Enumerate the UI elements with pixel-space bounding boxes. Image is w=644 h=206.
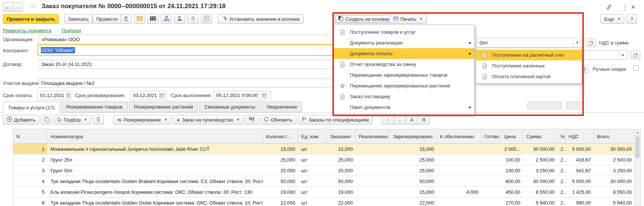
cell-price[interactable]: 600,00 — [501, 176, 523, 186]
tab-1[interactable]: Товары и услуги (17) — [3, 102, 60, 113]
create-based-menu-item-3[interactable]: Документы оплаты▶ — [334, 48, 474, 59]
cell-pct[interactable]: 2... — [557, 187, 566, 197]
cell-pct[interactable]: 2... — [557, 154, 566, 165]
barcode-search-button[interactable] — [245, 115, 258, 124]
cell-n[interactable]: 5 — [13, 187, 48, 197]
cell-vat[interactable]: 5 000,00 — [566, 176, 594, 186]
open-price-type-button[interactable] — [586, 39, 596, 47]
cell-sold[interactable] — [356, 176, 390, 186]
cell-reserved[interactable]: 15,000 — [390, 187, 437, 197]
cell-unit[interactable]: шт — [298, 144, 327, 154]
create-based-menu-item-2[interactable]: Документы реализации▶ — [334, 37, 474, 48]
cell-sold[interactable] — [356, 197, 390, 206]
cell-sold[interactable] — [356, 187, 390, 197]
cell-total[interactable]: 30 000,00 — [594, 144, 635, 154]
create-based-menu-item-8[interactable]: Пакет документов▶ — [334, 102, 474, 113]
cell-pct[interactable]: 2... — [557, 176, 566, 186]
cell-sum[interactable]: 3 250,00 — [523, 165, 557, 176]
payment-submenu-item-2[interactable]: Поступление наличных — [476, 60, 582, 71]
more-button[interactable]: Еще ▼ — [601, 14, 624, 24]
delete-row-button[interactable] — [93, 115, 104, 124]
chevron-down-icon[interactable]: ▼ — [619, 51, 625, 59]
cell-sold[interactable] — [356, 144, 390, 154]
write-button[interactable]: Записать — [64, 14, 92, 24]
help-button[interactable]: ? — [627, 14, 637, 24]
cell-n[interactable]: 6 — [13, 197, 48, 206]
move-down-button[interactable]: ↓ — [394, 115, 406, 124]
cell-reserved[interactable]: 50,000 — [390, 176, 437, 186]
cell-ready[interactable] — [481, 176, 501, 186]
cell-ready[interactable] — [481, 197, 501, 206]
create-based-menu-item-6[interactable]: Перемещение зарезервированных растений — [334, 80, 474, 91]
cell-qty[interactable]: 50,000 — [263, 176, 298, 186]
column-header-qty[interactable]: Количест... — [263, 129, 298, 143]
production-order-button[interactable]: + Заказ на производство ▼ — [173, 115, 244, 124]
column-header-vat[interactable]: НДС — [566, 129, 594, 143]
cell-sum[interactable]: 30 000,00 — [523, 176, 557, 186]
cell-total[interactable]: 8 550,00 — [594, 187, 635, 197]
column-header-n[interactable]: N — [13, 129, 48, 143]
forward-button[interactable]: → — [13, 2, 23, 11]
table-row[interactable]: 6Туя западная Thuja occidentalis Golden … — [13, 197, 635, 206]
add-row-button[interactable]: Добавить — [3, 115, 39, 124]
cell-reserved[interactable]: 15,000 — [390, 144, 437, 154]
responsible-button[interactable] — [174, 14, 185, 24]
column-header-name[interactable]: Номенклатура — [48, 129, 263, 143]
copy-row-button[interactable] — [41, 115, 52, 124]
cell-unit[interactable]: шт — [298, 197, 327, 206]
create-based-menu-item-4[interactable]: Отчет производства за смену — [334, 59, 474, 70]
cell-qty[interactable]: 19,000 — [263, 187, 298, 197]
cell-to_provide[interactable]: 4,000 — [437, 187, 481, 197]
cell-qty[interactable]: 25,000 — [263, 154, 298, 165]
cell-name[interactable]: Туя западная Thuja occidentalis Golden G… — [48, 197, 263, 206]
cell-ready[interactable] — [481, 144, 501, 154]
cell-qty[interactable]: 25,000 — [263, 165, 298, 176]
chevron-down-icon[interactable]: ▼ — [573, 38, 579, 47]
cell-unit[interactable]: шт — [298, 187, 327, 197]
pick-button[interactable]: Подбор ▼ — [54, 115, 91, 124]
calendar-icon[interactable] — [66, 91, 71, 100]
cell-sold[interactable] — [356, 165, 390, 176]
cell-unit[interactable]: шт — [298, 165, 327, 176]
cell-ordered[interactable]: 22,000 — [327, 197, 356, 206]
orders-by-spec-button[interactable]: Заказы по спецификациям — [298, 115, 373, 124]
cell-n[interactable]: 3 — [13, 165, 48, 176]
cell-vat[interactable]: 1 425,00 — [566, 187, 594, 197]
cell-name[interactable]: Грунт 50л — [48, 165, 263, 176]
open-discount-button[interactable] — [631, 51, 640, 59]
tab-2[interactable]: Резервирование товаров — [61, 102, 128, 112]
discount-field[interactable]: ▼ — [583, 50, 628, 60]
cell-price[interactable]: 450,00 — [501, 187, 523, 197]
cell-qty[interactable]: 22,000 — [263, 197, 298, 206]
table-row[interactable]: 1Можжевельник # горизонтальный Juniperus… — [13, 144, 635, 154]
doc-requisites-link[interactable]: Реквизиты документа — [3, 28, 52, 33]
cell-unit[interactable]: шт — [298, 154, 327, 165]
column-header-sold[interactable]: Реализовано — [356, 129, 390, 143]
cell-sold[interactable] — [356, 154, 390, 165]
cell-price[interactable]: 2 000... — [501, 144, 523, 154]
link-icon[interactable] — [606, 4, 612, 12]
column-header-to_provide[interactable]: К обеспечению — [437, 129, 481, 143]
cell-to_provide[interactable] — [437, 197, 481, 206]
email-button[interactable] — [134, 14, 145, 24]
cell-reserved[interactable]: 22,000 — [390, 197, 437, 206]
column-header-pct[interactable]: %.. — [557, 129, 566, 143]
cell-ordered[interactable]: 25,000 — [327, 154, 356, 165]
cell-ordered[interactable]: 25,000 — [327, 165, 356, 176]
cell-reserved[interactable]: 25,000 — [390, 154, 437, 165]
set-column-value-button[interactable]: Установить значение в колонке — [218, 14, 303, 24]
cell-name[interactable]: Грунт 25л — [48, 154, 263, 165]
scrollbar-thumb[interactable] — [635, 136, 640, 158]
cell-pct[interactable]: 2... — [557, 144, 566, 154]
back-button[interactable]: ← — [3, 2, 13, 11]
cell-n[interactable]: 1 — [13, 144, 48, 154]
signatures-link[interactable]: Подписи — [62, 28, 81, 33]
cell-total[interactable]: 30 000,00 — [594, 176, 635, 186]
print-button[interactable]: Печать ▼ — [389, 14, 427, 24]
tab-4[interactable]: Связанные документы — [199, 102, 260, 112]
cell-sum[interactable]: 8 550,00 — [523, 187, 557, 197]
cell-name[interactable]: Ель колючая Picea pungens Hoopsii Корнев… — [48, 187, 263, 197]
column-header-reserved[interactable]: Зарезервировано — [390, 129, 437, 143]
create-based-menu-item-7[interactable]: Заказ поставщику — [334, 91, 474, 102]
price-type-field[interactable]: Опт ▼ — [477, 38, 582, 47]
